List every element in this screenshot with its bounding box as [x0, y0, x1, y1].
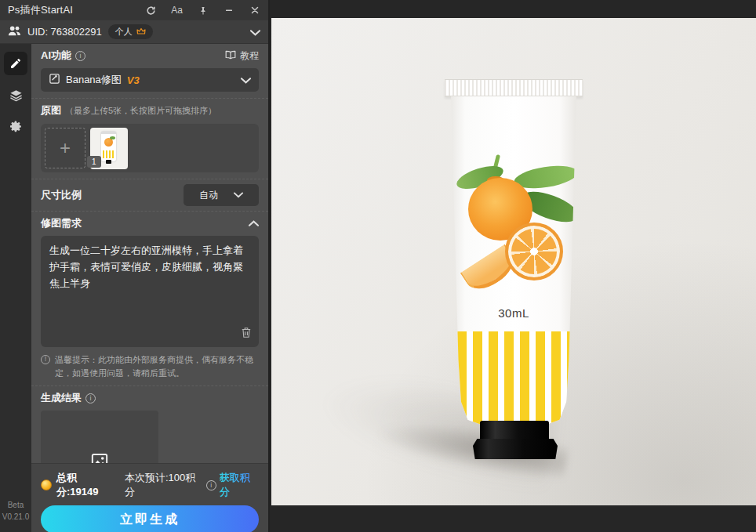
tube-crimp-seal: [445, 79, 583, 97]
gear-icon[interactable]: [4, 114, 27, 138]
panel-footer: 总积分:19149 本次预计:100积分 i 获取积分 立即生成: [31, 463, 268, 532]
prompt-input[interactable]: 生成一位二十岁左右的亚洲模特，手上拿着护手霜，表情可爱俏皮，皮肤细腻，视角聚焦上…: [41, 236, 259, 347]
minimize-icon[interactable]: [223, 5, 234, 16]
ai-section-title: AI功能: [41, 49, 71, 63]
tube-cap-neck: [480, 421, 549, 441]
plan-badge[interactable]: 个人: [108, 24, 153, 39]
estimate-points: 本次预计:100积分: [125, 471, 203, 499]
model-chevron-down-icon: [241, 73, 251, 87]
section-ai-feature: AI功能 i 教程: [31, 44, 268, 98]
document-photo: 30mL: [271, 18, 756, 505]
plus-icon: +: [60, 137, 71, 159]
refresh-icon[interactable]: [145, 5, 157, 16]
result-info-icon[interactable]: i: [85, 393, 96, 404]
model-name: Banana修图: [66, 73, 122, 87]
book-icon: [225, 50, 236, 62]
generate-button[interactable]: 立即生成: [41, 505, 259, 532]
tube-body: 30mL: [446, 96, 581, 425]
source-thumbnail[interactable]: 1: [90, 128, 128, 169]
section-result: 生成结果 i: [31, 386, 268, 463]
trash-icon[interactable]: [241, 327, 252, 342]
pencil-icon[interactable]: [4, 52, 27, 75]
tutorial-button[interactable]: 教程: [225, 49, 259, 63]
yellow-stripes: [457, 331, 570, 425]
model-version: V3: [127, 74, 140, 86]
pin-icon[interactable]: [197, 5, 209, 16]
thumbnail-order-badge: 1: [87, 156, 101, 168]
uid-text: UID: 763802291: [27, 26, 102, 38]
thumbnail-tube-art: [101, 132, 116, 161]
add-image-button[interactable]: +: [45, 128, 85, 168]
close-icon[interactable]: [249, 5, 260, 16]
info-icon[interactable]: i: [75, 51, 85, 61]
source-title: 原图: [41, 103, 61, 118]
tutorial-label: 教程: [240, 49, 259, 63]
account-row: UID: 763802291 个人: [0, 20, 268, 44]
section-source-images: 原图 （最多上传5张，长按图片可拖拽排序） +: [31, 99, 268, 179]
points-info-icon[interactable]: i: [206, 480, 216, 490]
result-placeholder[interactable]: [41, 411, 158, 463]
tool-strip: Beta V0.21.0: [0, 44, 31, 532]
app-root: Ps插件StartAI Aa: [0, 0, 756, 532]
warning-icon: !: [41, 355, 50, 364]
service-notice: ! 温馨提示：此功能由外部服务商提供，偶有服务不稳定，如遇使用问题，请稍后重试。: [41, 353, 259, 379]
prompt-collapse-chevron-up-icon[interactable]: [249, 220, 259, 226]
model-selector[interactable]: Banana修图 V3: [41, 68, 259, 92]
window-title: Ps插件StartAI: [8, 3, 73, 17]
font-size-icon[interactable]: Aa: [171, 5, 183, 16]
ratio-label: 尺寸比例: [41, 188, 82, 202]
image-edit-icon: [49, 73, 60, 88]
titlebar: Ps插件StartAI Aa: [0, 0, 268, 20]
prompt-title: 修图需求: [41, 216, 82, 230]
upload-area: + 1: [41, 124, 259, 172]
ratio-chevron-down-icon: [234, 190, 243, 201]
section-aspect-ratio: 尺寸比例 自动: [31, 179, 268, 211]
total-points: 总积分:19149: [56, 471, 117, 499]
account-chevron-down-icon[interactable]: [250, 25, 260, 39]
crown-icon: [136, 27, 146, 37]
plugin-panel: Ps插件StartAI Aa: [0, 0, 270, 532]
layers-icon[interactable]: [4, 83, 27, 107]
orange-round-slice: [505, 223, 563, 280]
ratio-value: 自动: [199, 189, 218, 202]
ratio-dropdown[interactable]: 自动: [184, 184, 259, 206]
result-title: 生成结果: [41, 391, 82, 405]
version-info: Beta V0.21.0: [0, 499, 31, 523]
users-icon: [8, 25, 21, 39]
version-stage: Beta: [0, 499, 31, 511]
plan-badge-label: 个人: [115, 26, 133, 38]
image-placeholder-icon: [92, 454, 107, 463]
photoshop-canvas: 30mL: [271, 0, 756, 532]
coin-icon: [41, 480, 52, 490]
volume-label: 30mL: [446, 306, 581, 320]
notice-text: 温馨提示：此功能由外部服务商提供，偶有服务不稳定，如遇使用问题，请稍后重试。: [55, 353, 259, 379]
get-points-link[interactable]: 获取积分: [220, 471, 259, 499]
section-prompt: 修图需求 生成一位二十岁左右的亚洲模特，手上拿着护手霜，表情可爱俏皮，皮肤细腻，…: [31, 212, 268, 385]
version-number: V0.21.0: [0, 511, 31, 523]
panel-content: AI功能 i 教程: [31, 44, 268, 463]
prompt-box: 生成一位二十岁左右的亚洲模特，手上拿着护手霜，表情可爱俏皮，皮肤细腻，视角聚焦上…: [41, 236, 259, 347]
source-hint: （最多上传5张，长按图片可拖拽排序）: [65, 105, 216, 117]
tube-cap-base: [473, 439, 558, 459]
